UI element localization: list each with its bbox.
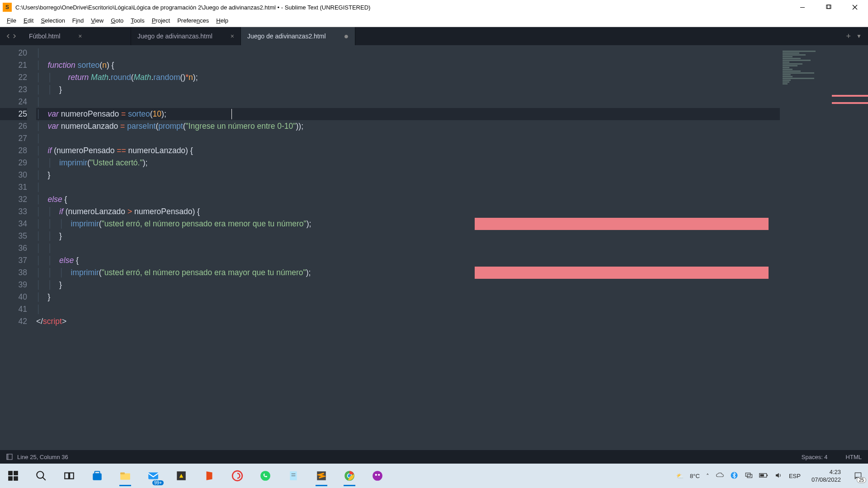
- menu-edit[interactable]: Edit: [20, 16, 37, 25]
- svg-rect-16: [95, 471, 100, 474]
- cursor-position[interactable]: Line 25, Column 36: [17, 454, 68, 460]
- line-gutter[interactable]: 2021222324252627282930313233343536373839…: [0, 45, 36, 450]
- code-content[interactable]: │ │ function sorteo(n) { │ │ return Math…: [36, 45, 868, 450]
- maximize-button[interactable]: [816, 0, 842, 14]
- menu-file[interactable]: File: [4, 16, 19, 25]
- date: 07/08/2022: [811, 476, 841, 483]
- svg-rect-35: [747, 474, 752, 478]
- svg-rect-8: [14, 471, 18, 475]
- text-cursor: [231, 109, 232, 119]
- menu-view[interactable]: View: [88, 16, 107, 25]
- taskbar-explorer-icon[interactable]: [118, 468, 133, 483]
- menu-help[interactable]: Help: [213, 16, 231, 25]
- notification-center[interactable]: 25: [852, 469, 864, 482]
- svg-point-32: [378, 474, 380, 476]
- menu-goto[interactable]: Goto: [108, 16, 127, 25]
- panel-icon[interactable]: [6, 454, 13, 460]
- svg-rect-15: [93, 474, 102, 480]
- minimap-error-marker: [832, 95, 868, 97]
- tab-close-icon[interactable]: ×: [78, 33, 82, 40]
- tab-new-icon[interactable]: +: [846, 32, 851, 41]
- taskbar-sublime-icon[interactable]: [314, 468, 329, 483]
- minimap[interactable]: [780, 45, 868, 450]
- menu-project[interactable]: Project: [149, 16, 173, 25]
- taskbar-app-icon[interactable]: [174, 468, 189, 483]
- taskbar-chrome-icon[interactable]: [342, 468, 357, 483]
- windows-taskbar: 99+ ⛅ 8°C ˄ ESP 4:23 07/08/2022 25: [0, 464, 868, 488]
- tab-bar: Fútbol.html × Juego de adivinanzas.html …: [0, 27, 868, 45]
- svg-rect-0: [800, 7, 805, 8]
- svg-rect-18: [120, 472, 125, 474]
- bluetooth-icon[interactable]: [730, 471, 738, 481]
- svg-rect-39: [855, 473, 861, 477]
- close-button[interactable]: [842, 0, 868, 14]
- taskbar-app3-icon[interactable]: [370, 468, 385, 483]
- tab-nav[interactable]: [0, 27, 23, 45]
- syntax-setting[interactable]: HTML: [846, 454, 862, 460]
- time: 4:23: [811, 468, 841, 476]
- svg-rect-7: [8, 471, 13, 475]
- minimap-error-marker: [832, 102, 868, 104]
- svg-rect-14: [70, 473, 74, 479]
- menubar: File Edit Selection Find View Goto Tools…: [0, 14, 868, 27]
- onedrive-icon[interactable]: [716, 471, 724, 481]
- tab-close-icon[interactable]: ×: [231, 33, 234, 40]
- svg-rect-1: [826, 5, 830, 9]
- temperature[interactable]: 8°C: [690, 473, 700, 479]
- taskbar-store-icon[interactable]: [90, 468, 105, 483]
- window-title: C:\Users\borrego\OneDrive\Escritorio\Lóg…: [15, 4, 789, 11]
- tab-futbol[interactable]: Fútbol.html ×: [23, 27, 131, 45]
- tab-adivinanzas2[interactable]: Juego de adivinanzas2.html ●: [241, 27, 355, 45]
- start-button[interactable]: [5, 468, 21, 483]
- minimize-button[interactable]: [789, 0, 816, 14]
- nav-forward-icon: [12, 34, 17, 38]
- taskbar-mail-icon[interactable]: 99+: [146, 468, 161, 483]
- menu-find[interactable]: Find: [69, 16, 87, 25]
- svg-point-21: [232, 471, 242, 481]
- svg-point-30: [373, 471, 382, 481]
- menu-preferences[interactable]: Preferences: [174, 16, 212, 25]
- tab-dirty-icon[interactable]: ●: [344, 32, 349, 41]
- task-view-button[interactable]: [61, 468, 77, 483]
- status-bar: Line 25, Column 36 Spaces: 4 HTML: [0, 450, 868, 464]
- svg-rect-37: [767, 474, 768, 476]
- volume-icon[interactable]: [774, 471, 783, 481]
- tray-expand-icon[interactable]: ˄: [706, 473, 709, 479]
- svg-line-12: [42, 477, 46, 480]
- svg-rect-38: [760, 474, 764, 476]
- svg-rect-2: [827, 5, 831, 9]
- svg-rect-19: [148, 472, 158, 479]
- mail-badge: 99+: [152, 480, 164, 485]
- clock[interactable]: 4:23 07/08/2022: [811, 468, 841, 483]
- svg-rect-13: [65, 473, 69, 479]
- tab-label: Juego de adivinanzas2.html: [247, 33, 326, 40]
- nav-back-icon: [6, 34, 10, 38]
- input-language[interactable]: ESP: [789, 473, 801, 479]
- taskbar-notepad-icon[interactable]: [286, 468, 301, 483]
- tab-dropdown-icon[interactable]: ▼: [856, 33, 862, 39]
- tab-adivinanzas[interactable]: Juego de adivinanzas.html ×: [131, 27, 241, 45]
- svg-rect-6: [7, 454, 9, 460]
- menu-tools[interactable]: Tools: [127, 16, 147, 25]
- taskbar-whatsapp-icon[interactable]: [258, 468, 273, 483]
- editor-area[interactable]: 2021222324252627282930313233343536373839…: [0, 45, 868, 450]
- svg-point-11: [37, 471, 43, 478]
- svg-point-22: [260, 471, 270, 481]
- battery-icon[interactable]: [759, 472, 768, 480]
- taskbar-app2-icon[interactable]: [230, 468, 245, 483]
- indent-setting[interactable]: Spaces: 4: [802, 454, 828, 460]
- tab-label: Fútbol.html: [29, 33, 60, 40]
- tab-label: Juego de adivinanzas.html: [137, 33, 212, 40]
- window-titlebar: S C:\Users\borrego\OneDrive\Escritorio\L…: [0, 0, 868, 14]
- sublime-logo-icon: S: [3, 3, 12, 12]
- search-button[interactable]: [33, 468, 49, 483]
- svg-rect-9: [8, 476, 13, 481]
- taskbar-office-icon[interactable]: [202, 468, 217, 483]
- svg-point-31: [375, 474, 377, 476]
- menu-selection[interactable]: Selection: [38, 16, 68, 25]
- weather-icon[interactable]: ⛅: [676, 473, 684, 479]
- svg-rect-34: [745, 473, 750, 476]
- svg-rect-10: [14, 476, 18, 481]
- notification-count: 25: [857, 477, 866, 483]
- display-icon[interactable]: [745, 471, 753, 481]
